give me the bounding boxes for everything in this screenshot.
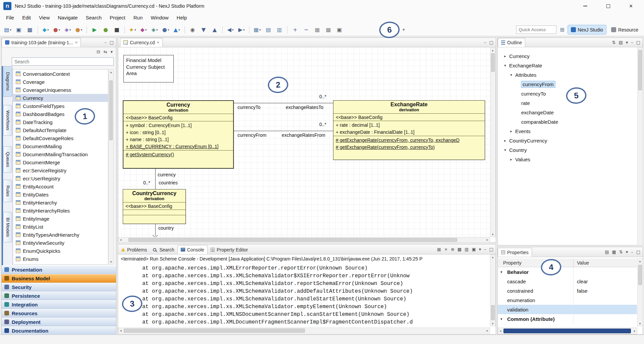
tab-property-editor[interactable]: Property Editor (208, 245, 251, 254)
tree-item[interactable]: Currency (13, 94, 108, 102)
tree-item[interactable]: EntityTypesAndHierarchy (13, 231, 108, 239)
class-box-country-currency[interactable]: CountryCurrency derivation <<base>> Base… (123, 189, 186, 224)
view-minimize-button[interactable]: – (631, 250, 633, 254)
property-row[interactable]: enumeration (498, 295, 637, 305)
role-label[interactable]: currencyFrom (237, 132, 266, 138)
association-line-exchange-rates-from[interactable] (234, 131, 333, 131)
class-member[interactable]: + rate : decimal [1..1] (333, 121, 485, 128)
expand-arrow-icon[interactable]: ▸ (508, 129, 514, 133)
expand-arrow-icon[interactable]: ▾ (502, 148, 508, 152)
expand-arrow-icon[interactable]: ▾ (498, 270, 504, 274)
scroll-left-icon[interactable]: ◂ (498, 329, 503, 333)
scroll-right-icon[interactable]: ▸ (485, 328, 490, 333)
view-minimize-button[interactable]: – (484, 40, 486, 45)
module-section[interactable]: Persistence (2, 291, 116, 300)
open-perspective-icon[interactable]: ⊞ (560, 26, 564, 33)
tab-close-icon[interactable]: × (157, 40, 159, 45)
module-section[interactable]: Presentation (2, 265, 116, 274)
expand-arrow-icon[interactable]: ▸ (502, 138, 508, 143)
scroll-down-icon[interactable]: ▾ (109, 260, 113, 264)
toolbar-overflow-chevron[interactable]: ▾ (402, 27, 405, 32)
menu-item[interactable]: File (2, 12, 18, 23)
window-maximize-button[interactable] (600, 0, 616, 12)
next-annotation-button[interactable]: ▼ (199, 25, 209, 35)
class-member[interactable]: # getExchangeRate(currencyFrom, currency… (333, 144, 485, 151)
window-minimize-button[interactable] (578, 0, 593, 12)
scroll-down-icon[interactable]: ▾ (490, 321, 495, 326)
view-minimize-button[interactable]: – (484, 247, 486, 251)
module-section[interactable]: Deployment (2, 318, 116, 326)
expand-arrow-icon[interactable]: ▾ (498, 317, 504, 321)
expand-arrow-icon[interactable]: ▸ (508, 157, 514, 162)
sort-icon[interactable]: ⇅ (619, 250, 623, 254)
module-section[interactable]: Integration (2, 300, 116, 309)
tree-item[interactable]: EntityDates (13, 190, 108, 198)
tab-problems[interactable]: Problems (118, 245, 150, 254)
property-row[interactable]: constrained false (498, 286, 637, 295)
layout-view-button[interactable]: ▥ (274, 25, 284, 35)
scroll-right-icon[interactable]: ▸ (485, 237, 490, 242)
association-line-countries[interactable] (155, 169, 156, 189)
scroll-up-icon[interactable]: ▴ (638, 259, 642, 264)
stop-button[interactable]: ■ (112, 25, 122, 35)
side-tab[interactable]: Diagrams (3, 66, 12, 97)
refactor-button[interactable]: ● ▾ (161, 25, 171, 35)
publish-button[interactable]: ● ▾ (52, 25, 62, 35)
tab-outline[interactable]: Outline (498, 38, 525, 47)
tab-console[interactable]: Console (177, 245, 208, 254)
outline-tree-item[interactable]: ▸ Currency (498, 51, 637, 61)
save-all-button[interactable]: ▩ (25, 25, 35, 35)
scrollbar-thumb[interactable] (491, 305, 495, 320)
menu-item[interactable]: View (35, 12, 54, 23)
tab-close-icon[interactable]: × (75, 40, 78, 45)
class-member[interactable]: # getExchangeRate(currencyFrom, currency… (333, 136, 485, 144)
layout-icon[interactable]: ▦ (612, 250, 616, 254)
side-tab[interactable]: BI Models (3, 212, 12, 242)
generate-button[interactable]: ◆ ▾ (139, 25, 149, 35)
menu-item[interactable]: Help (173, 12, 191, 23)
tree-item[interactable]: ecr:UserRegistry (13, 174, 108, 182)
scrollbar-thumb[interactable] (638, 265, 642, 285)
scroll-down-icon[interactable]: ▾ (638, 321, 642, 326)
console-menu-icon[interactable]: ▾ (479, 247, 481, 251)
table-view-button[interactable]: ▦ ▾ (252, 25, 262, 35)
diagram-note[interactable]: Financial Model Currency Subject Area (123, 55, 174, 82)
scroll-right-icon[interactable]: ▸ (632, 329, 637, 333)
remove-all-launches-icon[interactable]: ⊗ (451, 247, 454, 251)
outline-tree-item[interactable]: exchangeDate (498, 108, 637, 117)
filter-icon[interactable]: ▤ (605, 250, 609, 254)
scheme-console-button[interactable]: ● ▾ (74, 25, 84, 35)
menu-item[interactable]: Edit (18, 12, 35, 23)
menu-item[interactable]: Navigate (54, 12, 82, 23)
view-menu-icon[interactable]: ▾ (110, 50, 113, 54)
menu-item[interactable]: Project (106, 12, 129, 23)
scrollbar-thumb[interactable] (109, 80, 113, 140)
editor-tab-currency-cd[interactable]: Currency.cd × (120, 38, 163, 47)
outline-tree-item[interactable]: ▾ Attributes (498, 70, 637, 79)
expand-arrow-icon[interactable]: ▾ (508, 73, 514, 77)
properties-vertical-scrollbar[interactable]: ▴ ▾ (637, 259, 643, 326)
tree-item[interactable]: ecr:ServiceRegistry (13, 166, 108, 174)
view-maximize-button[interactable]: □ (636, 40, 640, 45)
property-row[interactable]: validation (498, 305, 637, 314)
save-button[interactable]: ▣ (14, 25, 24, 35)
scrollbar-thumb[interactable] (128, 238, 457, 242)
menu-item[interactable]: Search (82, 12, 106, 23)
multiplicity-label[interactable]: 0..* (143, 180, 150, 185)
menu-item[interactable]: Run (129, 12, 147, 23)
explorer-scrollbar[interactable]: ▴ ▾ (108, 69, 114, 265)
view-minimize-button[interactable]: – (631, 40, 633, 45)
console-horizontal-scrollbar[interactable]: ◂ ▸ (118, 328, 490, 334)
metadata-tools-button[interactable]: ◈ ▾ (63, 25, 73, 35)
prev-annotation-button[interactable]: ▲ (210, 25, 220, 35)
perspective-button[interactable]: Resource (608, 25, 641, 34)
role-label[interactable]: currency (158, 172, 176, 177)
upgrade-model-button[interactable]: ◆ ▾ (41, 25, 51, 35)
diagram-canvas[interactable]: Financial Model Currency Subject Area Cu… (118, 48, 490, 237)
role-label[interactable]: exchangeRatesTo (286, 105, 323, 110)
tree-item[interactable]: DocumentMailing (13, 142, 108, 150)
window-close-button[interactable]: × (623, 0, 639, 12)
menu-item[interactable]: Window (147, 12, 172, 23)
editor-horizontal-scrollbar[interactable]: ◂ ▸ (118, 237, 490, 243)
tree-item[interactable]: EntityHierarchyRoles (13, 207, 108, 215)
